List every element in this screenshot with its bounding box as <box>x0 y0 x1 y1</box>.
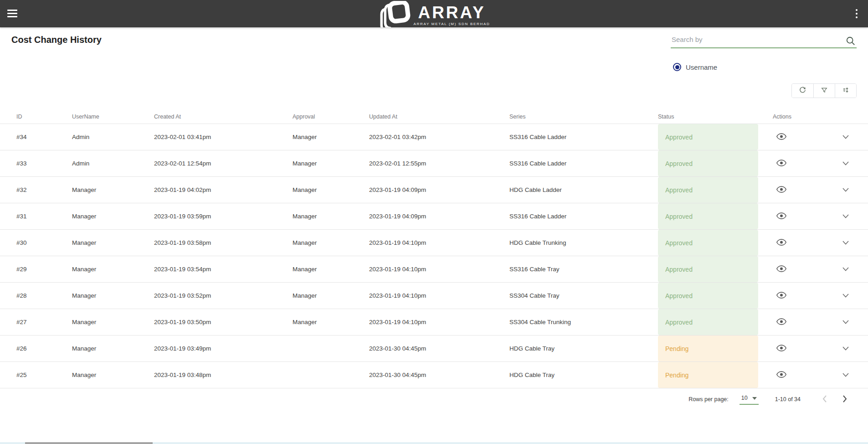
expand-row-button[interactable] <box>841 132 851 142</box>
row-id: #28 <box>0 292 72 299</box>
row-updated-at: 2023-02-01 12:55pm <box>369 160 509 167</box>
column-header-series: Series <box>509 114 658 120</box>
expand-row-button[interactable] <box>841 211 851 222</box>
expand-row-button[interactable] <box>841 317 851 327</box>
table-row: #31 Manager 2023-01-19 03:59pm Manager 2… <box>0 203 868 230</box>
view-details-button[interactable] <box>776 212 787 222</box>
chevron-down-icon <box>842 213 849 220</box>
row-status-cell: Approved <box>658 203 773 229</box>
logo-cube-icon <box>378 1 411 27</box>
chevron-down-icon <box>842 134 849 140</box>
row-created-at: 2023-01-19 03:59pm <box>154 213 293 220</box>
chevron-down-icon <box>842 186 849 193</box>
table-row: #25 Manager 2023-01-19 03:48pm 2023-01-3… <box>0 362 868 388</box>
expand-row-button[interactable] <box>841 343 851 354</box>
view-details-button[interactable] <box>776 132 787 142</box>
column-header-approval: Approval <box>293 114 369 120</box>
eye-icon <box>776 133 786 141</box>
logo-subtitle: ARRAY METAL (M) SDN BERHAD <box>414 22 490 26</box>
eye-icon <box>776 345 786 353</box>
eye-icon <box>776 292 786 300</box>
app-header: ARRAY ARRAY METAL (M) SDN BERHAD <box>0 0 868 27</box>
view-details-button[interactable] <box>776 185 787 195</box>
status-badge: Approved <box>658 283 758 309</box>
view-details-button[interactable] <box>776 291 787 301</box>
row-series: SS316 Cable Ladder <box>509 134 658 140</box>
row-approval: Manager <box>293 186 369 193</box>
table-row: #26 Manager 2023-01-19 03:49pm 2023-01-3… <box>0 336 868 362</box>
expand-row-button[interactable] <box>841 264 851 274</box>
row-actions <box>773 343 868 354</box>
sort-button[interactable] <box>835 84 856 98</box>
row-username: Manager <box>72 213 154 220</box>
eye-icon <box>776 265 786 274</box>
view-details-button[interactable] <box>776 159 787 169</box>
row-created-at: 2023-01-19 04:02pm <box>154 186 293 193</box>
horizontal-scrollbar[interactable] <box>0 442 868 444</box>
column-header-username: UserName <box>72 114 154 120</box>
expand-row-button[interactable] <box>841 237 851 248</box>
chevron-down-icon <box>842 345 849 352</box>
row-id: #33 <box>0 160 72 167</box>
column-header-created-at: Created At <box>154 114 293 120</box>
row-id: #25 <box>0 372 72 378</box>
row-status-cell: Pending <box>658 336 773 361</box>
next-page-button[interactable] <box>841 393 849 406</box>
row-id: #29 <box>0 266 72 273</box>
column-header-status: Status <box>658 114 773 120</box>
chevron-down-icon <box>842 239 849 246</box>
row-created-at: 2023-01-19 03:49pm <box>154 345 293 352</box>
refresh-icon <box>799 86 806 95</box>
row-id: #31 <box>0 213 72 220</box>
search-input[interactable] <box>671 33 857 48</box>
column-header-actions: Actions <box>773 114 868 120</box>
expand-row-button[interactable] <box>841 185 851 195</box>
eye-icon <box>776 239 786 247</box>
row-status-cell: Approved <box>658 283 773 309</box>
chevron-down-icon <box>842 372 849 378</box>
hamburger-menu-icon[interactable] <box>7 10 17 17</box>
search-by-username-radio[interactable]: Username <box>673 63 717 71</box>
row-created-at: 2023-01-19 03:58pm <box>154 239 293 246</box>
rows-per-page-select[interactable]: 10 <box>740 394 759 405</box>
column-header-id: ID <box>0 114 72 120</box>
filter-button[interactable] <box>813 84 835 98</box>
table-row: #29 Manager 2023-01-19 03:54pm Manager 2… <box>0 256 868 283</box>
row-approval: Manager <box>293 292 369 299</box>
table-row: #27 Manager 2023-01-19 03:50pm Manager 2… <box>0 309 868 336</box>
view-details-button[interactable] <box>776 238 787 248</box>
view-details-button[interactable] <box>776 264 787 274</box>
row-username: Manager <box>72 372 154 378</box>
row-id: #34 <box>0 134 72 140</box>
kebab-menu-icon[interactable] <box>855 9 858 18</box>
expand-row-button[interactable] <box>841 158 851 169</box>
chevron-left-icon <box>822 395 827 404</box>
row-updated-at: 2023-01-19 04:09pm <box>369 186 509 193</box>
search-area <box>671 33 857 50</box>
filter-icon <box>821 87 828 95</box>
row-approval: Manager <box>293 319 369 325</box>
view-details-button[interactable] <box>776 317 787 327</box>
eye-icon <box>776 160 786 168</box>
row-created-at: 2023-01-19 03:52pm <box>154 292 293 299</box>
previous-page-button[interactable] <box>821 393 829 406</box>
expand-row-button[interactable] <box>841 370 851 380</box>
refresh-button[interactable] <box>792 84 813 98</box>
status-badge: Approved <box>658 230 758 256</box>
table-row: #30 Manager 2023-01-19 03:58pm Manager 2… <box>0 230 868 256</box>
row-actions <box>773 290 868 301</box>
search-icon[interactable] <box>846 36 856 48</box>
row-created-at: 2023-01-19 03:54pm <box>154 266 293 273</box>
row-id: #32 <box>0 186 72 193</box>
row-series: HDG Cable Tray <box>509 345 658 352</box>
row-username: Manager <box>72 319 154 325</box>
row-status-cell: Pending <box>658 362 773 388</box>
row-status-cell: Approved <box>658 230 773 256</box>
row-username: Manager <box>72 186 154 193</box>
view-details-button[interactable] <box>776 370 787 380</box>
expand-row-button[interactable] <box>841 290 851 301</box>
row-series: SS304 Cable Trunking <box>509 319 658 325</box>
chevron-down-icon <box>842 319 849 325</box>
horizontal-scrollbar-thumb[interactable] <box>25 442 153 444</box>
view-details-button[interactable] <box>776 344 787 354</box>
